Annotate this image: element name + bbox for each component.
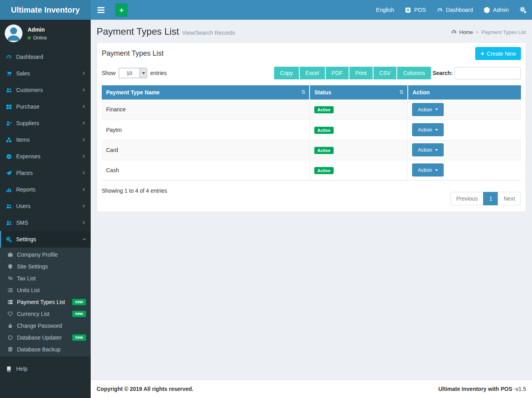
sidebar-item-dashboard[interactable]: Dashboard [0, 49, 91, 65]
page-size-select[interactable]: 10 [119, 68, 147, 78]
new-badge: new [72, 334, 86, 341]
excel-button[interactable]: Excel [300, 67, 325, 79]
settings-menu[interactable] [514, 0, 532, 20]
payment-type-name-cell: Finance [102, 100, 310, 120]
sidebar-subitem-company-profile[interactable]: Company Profile [0, 249, 91, 261]
create-new-button[interactable]: + Create New [475, 47, 521, 60]
payment-types-panel: Payment Types List + Create New Show 10 … [97, 42, 526, 212]
sidebar-item-label: SMS [16, 220, 78, 226]
sidebar-item-sms[interactable]: SMS‹ [0, 214, 91, 231]
briefcase-icon [7, 252, 13, 257]
payment-type-name-cell: Paytm [102, 120, 310, 140]
sidebar-user-panel: Admin Online [0, 20, 91, 48]
quick-add-button[interactable]: + [116, 4, 127, 17]
breadcrumb-home[interactable]: Home [459, 29, 473, 35]
sidebar-menu: DashboardSales‹Customers‹Purchase‹Suppli… [0, 49, 91, 377]
action-dropdown-button[interactable]: Action [412, 123, 443, 136]
column-header-payment-type-name[interactable]: Payment Type Name⇅ [102, 85, 310, 100]
chevron-left-icon: ‹ [83, 203, 85, 209]
previous-page-button[interactable]: Previous [450, 192, 483, 205]
sidebar-subitem-label: Database Backup [17, 346, 61, 353]
paper-plane-icon [6, 170, 12, 176]
column-header-status[interactable]: Status⇅ [310, 85, 408, 100]
book-icon [6, 366, 12, 372]
sidebar-subitem-payment-types-list[interactable]: Payment Types Listnew [0, 296, 91, 308]
user-menu[interactable]: Admin [478, 0, 514, 20]
sidebar-item-help[interactable]: Help [0, 360, 91, 377]
sidebar-subitem-currency-list[interactable]: Currency Listnew [0, 308, 91, 320]
page-title: Payment Types List [97, 26, 179, 37]
sidebar-subitem-label: Database Updater [17, 334, 62, 341]
pagination: Previous 1 Next [451, 192, 521, 205]
pos-link[interactable]: POS [399, 0, 431, 20]
caret-down-icon [435, 129, 438, 131]
product-name: Ultimate Inventory with POS [439, 386, 512, 392]
print-button[interactable]: Print [349, 67, 373, 79]
page-1-button[interactable]: 1 [483, 192, 498, 205]
plus-square-icon [405, 7, 411, 13]
sidebar-item-customers[interactable]: Customers‹ [0, 82, 91, 98]
column-header-label: Payment Type Name [106, 89, 160, 96]
table-row: FinanceActiveAction [102, 100, 521, 120]
csv-button[interactable]: CSV [373, 67, 397, 79]
sidebar-subitem-database-backup[interactable]: Database Backup [0, 344, 91, 355]
search-input[interactable] [455, 67, 521, 79]
sidebar-item-label: Help [16, 366, 85, 372]
action-dropdown-button[interactable]: Action [412, 103, 443, 116]
sidebar-item-items[interactable]: Items‹ [0, 131, 91, 148]
sidebar-item-settings[interactable]: Settings‹ [0, 231, 91, 248]
sidebar-item-label: Dashboard [16, 54, 85, 60]
pos-label: POS [414, 7, 426, 13]
sidebar-item-expenses[interactable]: Expenses‹ [0, 148, 91, 165]
settings-submenu: Company ProfileSite Settings%Tax ListUni… [0, 248, 91, 357]
sidebar-item-sales[interactable]: Sales‹ [0, 65, 91, 82]
action-dropdown-button[interactable]: Action [412, 163, 443, 176]
top-navbar: Ultimate Inventory + English POS Dashboa… [0, 0, 532, 20]
columns-button[interactable]: Columns [397, 67, 431, 79]
copy-button[interactable]: Copy [274, 67, 299, 79]
users-icon [6, 203, 12, 209]
shield-icon [7, 264, 13, 269]
show-label: Show [102, 70, 116, 76]
action-cell: Action [408, 120, 521, 140]
dashboard-link[interactable]: Dashboard [431, 0, 479, 20]
sidebar-item-label: Reports [16, 186, 78, 193]
caret-down-icon [435, 169, 438, 171]
sidebar-subitem-change-password[interactable]: Change Password [0, 320, 91, 332]
panel-title: Payment Types List [102, 49, 164, 58]
next-page-button[interactable]: Next [498, 192, 521, 205]
sidebar-subitem-label: Payment Types List [17, 299, 65, 305]
language-menu[interactable]: English [370, 0, 399, 20]
pdf-button[interactable]: PDF [326, 67, 349, 79]
sidebar-subitem-database-updater[interactable]: Database Updaternew [0, 332, 91, 344]
sidebar-item-suppliers[interactable]: Suppliers‹ [0, 115, 91, 131]
lock-icon [7, 323, 13, 329]
sidebar-subitem-units-list[interactable]: Units List [0, 284, 91, 296]
new-badge: new [72, 299, 86, 305]
chevron-left-icon: ‹ [83, 86, 85, 93]
sidebar-subitem-label: Currency List [17, 311, 49, 317]
home-icon [451, 29, 457, 35]
status-cell: Active [310, 160, 408, 180]
cart-icon [6, 71, 12, 77]
sidebar-subitem-site-settings[interactable]: Site Settings [0, 261, 91, 272]
chevron-left-icon: ‹ [83, 169, 85, 176]
sidebar-subitem-tax-list[interactable]: %Tax List [0, 272, 91, 284]
sidebar-item-label: Items [16, 137, 78, 143]
chevron-left-icon: ‹ [83, 153, 85, 159]
sidebar-item-users[interactable]: Users‹ [0, 198, 91, 214]
action-dropdown-button[interactable]: Action [412, 143, 443, 156]
product-version: -v1.5 [514, 386, 526, 392]
app-logo[interactable]: Ultimate Inventory [0, 0, 91, 20]
page-size-value: 10 [119, 68, 140, 78]
sidebar-item-reports[interactable]: Reports‹ [0, 181, 91, 198]
sidebar-toggle-icon[interactable] [91, 0, 111, 20]
sidebar-item-label: Purchase [16, 103, 78, 110]
chevron-left-icon: ‹ [83, 70, 85, 76]
sidebar-item-label: Settings [16, 236, 78, 242]
page-subtitle: View/Search Records [182, 30, 235, 36]
sidebar-item-purchase[interactable]: Purchase‹ [0, 98, 91, 115]
search-label: Search: [433, 70, 453, 76]
sidebar-item-places[interactable]: Places‹ [0, 165, 91, 181]
main-content: Payment Types List View/Search Records H… [91, 20, 532, 379]
